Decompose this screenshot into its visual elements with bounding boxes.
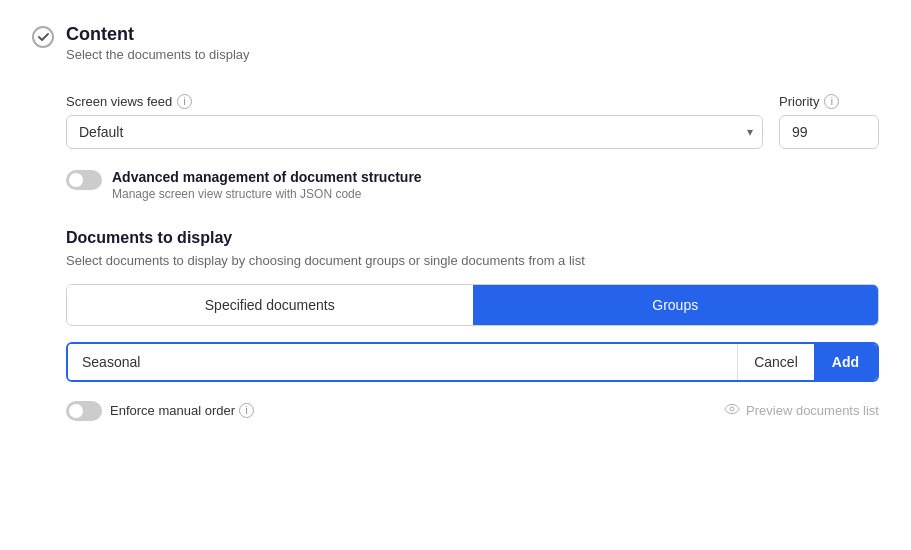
section-check-icon xyxy=(32,26,54,48)
search-input[interactable] xyxy=(68,344,737,380)
form-section: Screen views feed i Default ▾ Priority i xyxy=(66,94,879,421)
preview-label: Preview documents list xyxy=(746,403,879,418)
content-section-header: Content Select the documents to display xyxy=(32,24,879,62)
advanced-toggle-label: Advanced management of document structur… xyxy=(112,169,422,185)
priority-label: Priority i xyxy=(779,94,879,109)
tab-groups[interactable]: Groups xyxy=(473,285,879,325)
document-tabs: Specified documents Groups xyxy=(66,284,879,326)
eye-icon xyxy=(724,401,740,420)
feed-select-wrapper: Default ▾ xyxy=(66,115,763,149)
enforce-info-icon[interactable]: i xyxy=(239,403,254,418)
advanced-toggle-description: Manage screen view structure with JSON c… xyxy=(112,187,422,201)
bottom-row: Enforce manual order i Preview documents… xyxy=(66,400,879,421)
enforce-toggle-slider xyxy=(66,401,102,421)
advanced-toggle-text: Advanced management of document structur… xyxy=(112,169,422,201)
enforce-toggle[interactable] xyxy=(66,401,102,421)
priority-info-icon[interactable]: i xyxy=(824,94,839,109)
advanced-toggle-slider xyxy=(66,170,102,190)
priority-field-group: Priority i xyxy=(779,94,879,149)
search-add-row: Cancel Add xyxy=(66,342,879,382)
documents-title: Documents to display xyxy=(66,229,879,247)
documents-description: Select documents to display by choosing … xyxy=(66,253,879,268)
tab-specified-documents[interactable]: Specified documents xyxy=(67,285,473,325)
svg-point-0 xyxy=(730,407,734,411)
priority-input[interactable] xyxy=(779,115,879,149)
documents-section: Documents to display Select documents to… xyxy=(66,229,879,421)
section-header-text: Content Select the documents to display xyxy=(66,24,250,62)
section-title: Content xyxy=(66,24,250,45)
enforce-row: Enforce manual order i xyxy=(66,400,254,421)
feed-select[interactable]: Default xyxy=(66,115,763,149)
add-button[interactable]: Add xyxy=(814,344,877,380)
cancel-button[interactable]: Cancel xyxy=(737,344,814,380)
preview-documents-link[interactable]: Preview documents list xyxy=(724,401,879,420)
advanced-toggle-row: Advanced management of document structur… xyxy=(66,169,879,201)
feed-field-group: Screen views feed i Default ▾ xyxy=(66,94,763,149)
advanced-toggle[interactable] xyxy=(66,170,102,190)
section-subtitle: Select the documents to display xyxy=(66,47,250,62)
feed-label: Screen views feed i xyxy=(66,94,763,109)
enforce-label: Enforce manual order i xyxy=(110,403,254,418)
feed-priority-row: Screen views feed i Default ▾ Priority i xyxy=(66,94,879,149)
feed-info-icon[interactable]: i xyxy=(177,94,192,109)
